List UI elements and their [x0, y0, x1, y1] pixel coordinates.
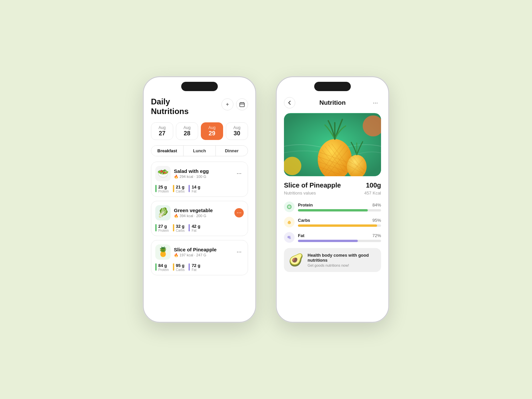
food-meta-salad: 🔥 294 kcal · 100 G — [174, 175, 234, 179]
food-name-vegetable: Green vegetable — [174, 207, 234, 213]
phone-2: Nutrition ··· — [276, 76, 389, 323]
more-menu-button[interactable]: ··· — [370, 97, 381, 108]
date-month-4: Aug — [233, 125, 240, 130]
calendar-button[interactable] — [236, 98, 248, 110]
phone-1: Daily Nutritions + Aug 27 — [143, 76, 256, 323]
screen2-nav: Nutrition ··· — [284, 97, 381, 108]
date-aug30[interactable]: Aug 30 — [226, 122, 248, 140]
macro-protein-1: 25 g Protein — [155, 185, 169, 193]
macro-fat-3: 72 g Fat — [189, 263, 200, 272]
svg-point-30 — [289, 237, 291, 239]
pineapple-illustration — [284, 113, 381, 176]
carbs-track — [298, 224, 381, 227]
food-info-vegetable: Green vegetable 🔥 394 kcal · 200 G — [174, 207, 234, 218]
svg-point-31 — [289, 236, 291, 237]
food-macros-pineapple: 84 g Protein 95 g Carbs — [155, 263, 244, 272]
pineapple-hero — [284, 113, 381, 176]
carbs-bar-2 — [173, 224, 174, 231]
carbs-value-1: 21 g — [176, 185, 185, 190]
tab-breakfast[interactable]: Breakfast — [151, 146, 184, 156]
carbs-icon — [284, 217, 295, 227]
carbs-label-2: Carbs — [176, 229, 185, 232]
meal-tabs: Breakfast Lunch Dinner — [151, 145, 248, 156]
macro-progress-top-fat: Fat 72% — [298, 233, 381, 238]
nutrition-kcal: 457 Kcal — [364, 191, 381, 196]
screen1-header: Daily Nutritions + — [151, 97, 248, 116]
calendar-icon — [239, 102, 245, 107]
svg-rect-0 — [240, 103, 244, 107]
macro-progress-top-protein: Protein 84% — [298, 202, 381, 207]
macro-progress-info-fat: Fat 72% — [298, 233, 381, 242]
macro-progress-list: Protein 84% C — [284, 201, 381, 243]
nutrition-name-row: Slice of Pineapple 100g — [284, 182, 381, 189]
food-name-pineapple: Slice of Pineapple — [174, 247, 234, 252]
food-card-salad: 🥗 Salad with egg 🔥 294 kcal · 100 G ··· — [151, 162, 248, 197]
macro-progress-info-protein: Protein 84% — [298, 202, 381, 211]
fat-icon-svg — [286, 234, 292, 240]
protein-bar-3 — [155, 263, 157, 271]
date-day-1: 27 — [159, 130, 165, 137]
protein-icon — [284, 201, 295, 212]
fat-bar-2 — [189, 224, 190, 231]
date-aug27[interactable]: Aug 27 — [151, 122, 173, 140]
food-icon-pineapple: 🍍 — [155, 244, 171, 260]
carbs-bar-1 — [173, 185, 174, 192]
nutrition-name: Slice of Pineapple — [284, 182, 341, 189]
food-card-header-3: 🍍 Slice of Pineapple 🔥 197 kcal · 247 G … — [155, 244, 244, 260]
macro-progress-protein: Protein 84% — [284, 201, 381, 212]
macro-carbs-3: 95 g Carbs — [173, 263, 185, 272]
food-card-header-1: 🥗 Salad with egg 🔥 294 kcal · 100 G ··· — [155, 166, 244, 181]
food-card-header-2: 🥬 Green vegetable 🔥 394 kcal · 200 G ··· — [155, 205, 244, 220]
svg-point-27 — [288, 205, 291, 208]
date-day-4: 30 — [233, 130, 240, 137]
food-card-pineapple: 🍍 Slice of Pineapple 🔥 197 kcal · 247 G … — [151, 240, 248, 275]
fat-label: Fat — [298, 233, 305, 238]
nutrition-weight: 100g — [366, 182, 381, 189]
tip-subtitle: Get goods nutritions now! — [308, 263, 376, 267]
fat-value-1: 14 g — [192, 185, 200, 190]
macro-protein-2: 27 g Protein — [155, 224, 169, 232]
back-button[interactable] — [284, 97, 295, 108]
avocado-icon: 🥑 — [289, 253, 304, 267]
protein-pct: 84% — [372, 202, 381, 207]
macro-progress-top-carbs: Carbs 95% — [298, 218, 381, 223]
carbs-icon-svg — [286, 219, 292, 225]
screen1-title: Daily Nutritions — [151, 97, 189, 116]
back-icon — [287, 100, 292, 105]
food-more-btn-vegetable[interactable]: ··· — [234, 208, 244, 217]
tab-dinner[interactable]: Dinner — [216, 146, 248, 156]
food-list: 🥗 Salad with egg 🔥 294 kcal · 100 G ··· — [151, 162, 248, 275]
nutrition-sub-label: Nutritions values — [284, 191, 316, 196]
protein-label-2: Protein — [158, 229, 169, 232]
food-more-btn-pineapple[interactable]: ··· — [234, 247, 244, 257]
carbs-bar-3 — [173, 263, 174, 271]
protein-label: Protein — [298, 202, 313, 207]
date-aug29[interactable]: Aug 29 — [201, 122, 223, 140]
protein-value-2: 27 g — [158, 224, 167, 229]
date-month-3: Aug — [208, 125, 215, 130]
carbs-label-1: Carbs — [176, 190, 185, 193]
header-icons: + — [221, 98, 248, 110]
macro-progress-fat: Fat 72% — [284, 232, 381, 243]
protein-track — [298, 209, 381, 211]
date-aug28[interactable]: Aug 28 — [176, 122, 198, 140]
fat-icon — [284, 232, 295, 243]
add-button[interactable]: + — [221, 98, 233, 110]
food-info-pineapple: Slice of Pineapple 🔥 197 kcal · 247 G — [174, 247, 234, 257]
carbs-label: Carbs — [298, 218, 310, 223]
date-day-2: 28 — [184, 130, 190, 137]
food-meta-pineapple: 🔥 197 kcal · 247 G — [174, 253, 234, 257]
fat-fill — [298, 240, 358, 242]
protein-value-1: 25 g — [158, 185, 167, 190]
food-name-salad: Salad with egg — [174, 168, 234, 174]
svg-point-28 — [288, 221, 291, 224]
fat-value-2: 42 g — [192, 224, 200, 229]
food-macros-salad: 25 g Protein 21 g Carbs — [155, 185, 244, 193]
fat-value-3: 72 g — [192, 263, 200, 268]
food-more-btn-salad[interactable]: ··· — [234, 169, 244, 178]
tip-title: Health body comes with good nutritions — [308, 253, 376, 263]
tip-text: Health body comes with good nutritions G… — [308, 253, 376, 267]
carbs-value-2: 32 g — [176, 224, 185, 229]
fat-label-1: Fat — [192, 190, 196, 193]
tab-lunch[interactable]: Lunch — [184, 146, 216, 156]
